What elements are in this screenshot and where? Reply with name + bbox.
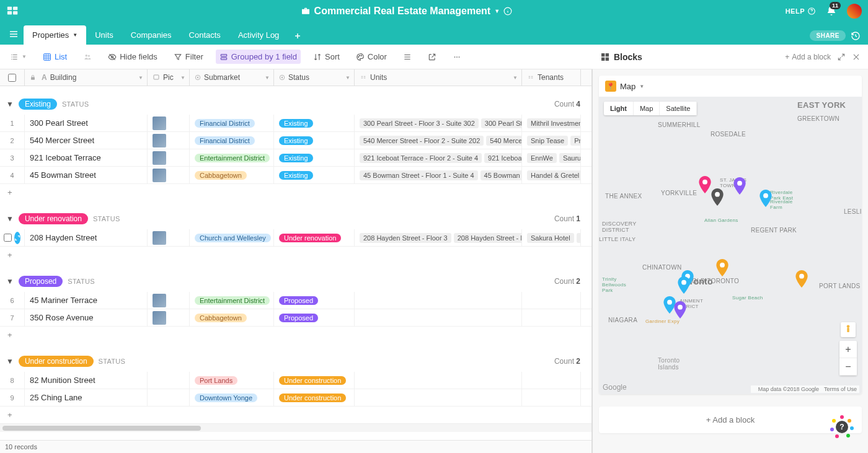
cell-pic[interactable] — [148, 372, 190, 389]
logo-icon[interactable] — [6, 4, 20, 18]
cell-units[interactable] — [355, 389, 522, 406]
color-button[interactable]: Color — [352, 50, 391, 64]
tab-companies[interactable]: Companies — [122, 25, 180, 45]
group-header[interactable]: ▼ Proposed STATUS Count 2 — [0, 263, 591, 292]
tab-contacts[interactable]: Contacts — [180, 25, 229, 45]
horizontal-scrollbar[interactable] — [0, 423, 591, 432]
collaborators-button[interactable] — [79, 50, 95, 64]
tab-activity-log[interactable]: Activity Log — [229, 25, 288, 45]
add-row-button[interactable]: + — [0, 327, 591, 343]
cell-status[interactable]: Existing — [274, 167, 355, 183]
table-row[interactable]: 1 300 Pearl Street Financial District Ex… — [0, 115, 591, 132]
group-header[interactable]: ▼ Existing STATUS Count 4 — [0, 86, 591, 115]
map-pin[interactable] — [715, 259, 729, 276]
data-grid[interactable]: A Building▼ Pic▼ Submarket▼ Status▼ Unit… — [0, 69, 592, 453]
collapse-icon[interactable]: ▼ — [6, 100, 14, 108]
tab-properties[interactable]: Properties ▼ — [24, 25, 86, 45]
map-mode-map[interactable]: Map — [634, 102, 660, 115]
map-pin[interactable] — [759, 190, 773, 207]
zoom-out[interactable]: − — [839, 358, 857, 376]
cell-pic[interactable] — [148, 115, 190, 131]
collapse-icon[interactable]: ▼ — [6, 357, 14, 366]
cell-building[interactable]: 921 Iceboat Terrace — [25, 149, 148, 166]
table-row[interactable]: 7 350 Rose Avenue Cabbagetown Proposed — [0, 309, 591, 327]
table-row[interactable]: 9 25 Ching Lane Downtown Yonge Under con… — [0, 389, 591, 407]
cell-building[interactable]: 300 Pearl Street — [25, 115, 148, 131]
cell-building[interactable]: 208 Hayden Street — [25, 229, 148, 246]
add-table-button[interactable] — [288, 27, 308, 45]
cell-submarket[interactable]: Financial District — [190, 115, 274, 131]
hide-fields-button[interactable]: Hide fields — [104, 50, 161, 64]
add-row-button[interactable]: + — [0, 407, 591, 423]
cell-units[interactable] — [355, 292, 522, 309]
select-all-checkbox[interactable] — [0, 69, 25, 86]
collapse-icon[interactable]: ▼ — [6, 277, 14, 286]
tab-units[interactable]: Units — [86, 25, 122, 45]
collapse-icon[interactable]: ▼ — [6, 214, 14, 223]
cell-building[interactable]: 25 Ching Lane — [25, 389, 148, 406]
map-mode-satellite[interactable]: Satellite — [660, 102, 697, 115]
table-row[interactable]: 6 45 Mariner Terrace Entertainment Distr… — [0, 292, 591, 309]
cell-status[interactable]: Existing — [274, 115, 355, 131]
view-menu[interactable]: ▼ — [6, 50, 30, 64]
cell-pic[interactable] — [148, 292, 190, 309]
cell-tenants[interactable]: Snip TeasePress — [522, 132, 581, 149]
column-building[interactable]: A Building▼ — [25, 69, 148, 86]
cell-submarket[interactable]: Entertainment District — [190, 149, 274, 166]
add-block-top[interactable]: + Add a block — [785, 53, 831, 61]
cell-pic[interactable] — [148, 389, 190, 406]
cell-submarket[interactable]: Downtown Yonge — [190, 389, 274, 406]
cell-units[interactable]: 45 Bowman Street - Floor 1 - Suite 445 B… — [355, 167, 522, 183]
zoom-in[interactable]: + — [839, 341, 857, 358]
cell-units[interactable] — [355, 372, 522, 389]
cell-pic[interactable] — [148, 309, 190, 326]
notifications-button[interactable]: 11 — [826, 6, 837, 17]
table-row[interactable]: 208 Hayden Street Church and Wellesley U… — [0, 229, 591, 247]
map-block-header[interactable]: 📍 Map ▼ — [599, 76, 862, 97]
cell-submarket[interactable]: Cabbagetown — [190, 309, 274, 326]
map-pin[interactable] — [673, 301, 687, 319]
table-row[interactable]: 2 540 Mercer Street Financial District E… — [0, 132, 591, 149]
cell-building[interactable]: 45 Bowman Street — [25, 167, 148, 183]
filter-button[interactable]: Filter — [170, 50, 207, 64]
row-height-button[interactable] — [399, 50, 415, 64]
cell-status[interactable]: Proposed — [274, 309, 355, 326]
column-tenants[interactable]: Tenants — [522, 69, 581, 86]
avatar[interactable] — [847, 4, 862, 19]
column-status[interactable]: Status▼ — [274, 69, 355, 86]
group-header[interactable]: ▼ Under construction STATUS Count 2 — [0, 343, 591, 372]
view-switcher[interactable]: List — [39, 50, 71, 64]
add-row-button[interactable]: + — [0, 247, 591, 263]
expand-blocks[interactable] — [837, 53, 846, 61]
cell-pic[interactable] — [148, 132, 190, 149]
cell-units[interactable]: 208 Hayden Street - Floor 3208 Hayden St… — [355, 229, 522, 246]
cell-building[interactable]: 82 Munition Street — [25, 372, 148, 389]
streetview-pegman[interactable] — [841, 322, 856, 337]
table-row[interactable]: 4 45 Bowman Street Cabbagetown Existing … — [0, 167, 591, 184]
cell-tenants[interactable] — [522, 309, 581, 326]
map-pin[interactable] — [711, 188, 724, 206]
cell-tenants[interactable]: EnnWeSaurus F — [522, 149, 581, 166]
column-units[interactable]: Units▼ — [355, 69, 522, 86]
cell-tenants[interactable] — [522, 292, 581, 309]
history-button[interactable] — [851, 31, 861, 41]
cell-tenants[interactable]: Mithril Investments — [522, 115, 581, 131]
map-pin[interactable] — [795, 270, 808, 288]
more-button[interactable] — [449, 50, 465, 64]
cell-building[interactable]: 540 Mercer Street — [25, 132, 148, 149]
cell-status[interactable]: Existing — [274, 132, 355, 149]
cell-submarket[interactable]: Cabbagetown — [190, 167, 274, 183]
map-mode-light[interactable]: Light — [604, 102, 634, 115]
map-pin[interactable] — [733, 177, 746, 195]
sidebar-toggle[interactable] — [4, 24, 24, 45]
cell-status[interactable]: Proposed — [274, 292, 355, 309]
cell-pic[interactable] — [148, 229, 190, 246]
cell-tenants[interactable] — [522, 389, 581, 406]
cell-building[interactable]: 45 Mariner Terrace — [25, 292, 148, 309]
sort-button[interactable]: Sort — [309, 50, 343, 64]
cell-units[interactable]: 540 Mercer Street - Floor 2 - Suite 2025… — [355, 132, 522, 149]
column-submarket[interactable]: Submarket▼ — [190, 69, 274, 86]
group-header[interactable]: ▼ Under renovation STATUS Count 1 — [0, 201, 591, 229]
cell-submarket[interactable]: Port Lands — [190, 372, 274, 389]
info-icon[interactable] — [503, 7, 512, 15]
